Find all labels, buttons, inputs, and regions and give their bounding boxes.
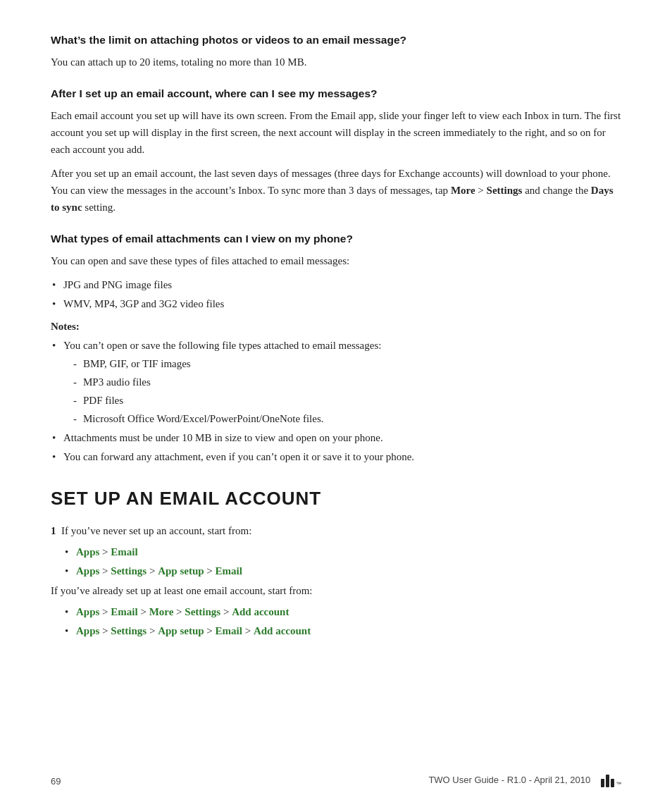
notes-list: You can’t open or save the following fil… [51,337,621,465]
heading-attach-limit: What’s the limit on attaching photos or … [51,34,621,47]
apps-label-2: Apps [76,565,99,577]
heading-attach-types: What types of email attachments can I vi… [51,233,621,245]
settings-label-2: Settings [185,606,220,617]
add-account-label-1: Add account [232,606,289,617]
page-number: 69 [51,776,61,787]
para-after-setup-1: Each email account you set up will have … [51,107,621,158]
logo-bar-1 [601,779,604,787]
big-heading-setup: Set Up an Email Account [51,488,621,510]
never-bullet-2: Apps > Settings > App setup > Email [65,562,621,579]
bold-settings: Settings [487,185,523,196]
sub-item-mp3: MP3 audio files [63,374,621,390]
settings-label-3: Settings [111,625,147,636]
never-setup-list: Apps > Email Apps > Settings > App setup… [51,543,621,579]
already-bullet-1: Apps > Email > More > Settings > Add acc… [65,603,621,620]
logo: ™ [601,775,621,787]
note-1: You can’t open or save the following fil… [51,337,621,427]
already-setup-list: Apps > Email > More > Settings > Add acc… [51,603,621,639]
bold-more: More [451,185,475,196]
notes-label: Notes: [51,318,621,335]
list-item-jpg: JPG and PNG image files [51,276,621,293]
para-after-setup-2: After you set up an email account, the l… [51,165,621,216]
para-attach-limit: You can attach up to 20 items, totaling … [51,54,621,70]
logo-bar-2 [606,775,609,787]
apps-label-4: Apps [76,625,99,636]
heading-after-setup: After I set up an email account, where c… [51,87,621,100]
step-number: 1 [51,525,56,536]
already-bullet-2: Apps > Settings > App setup > Email > Ad… [65,622,621,639]
email-label-1: Email [111,546,137,557]
never-bullet-1: Apps > Email [65,543,621,560]
sub-list-filetypes: BMP, GIF, or TIF images MP3 audio files … [63,355,621,427]
logo-tm: ™ [616,781,621,787]
already-intro: If you’ve already set up at least one em… [51,582,621,599]
note-2: Attachments must be under 10 MB in size … [51,429,621,446]
logo-bar-3 [611,779,614,787]
more-label-1: More [149,606,174,617]
app-setup-label-2: App setup [158,625,204,636]
sub-item-office: Microsoft Office Word/Excel/PowerPoint/O… [63,410,621,427]
attach-types-list: JPG and PNG image files WMV, MP4, 3GP an… [51,276,621,312]
page-content: What’s the limit on attaching photos or … [0,0,672,684]
guide-text: TWO User Guide - R1.0 - April 21, 2010 ™ [428,775,621,787]
email-label-2: Email [216,565,242,577]
email-label-4: Email [216,625,242,636]
step-1-intro: 1 If you’ve never set up an account, sta… [51,522,621,539]
sub-item-bmp: BMP, GIF, or TIF images [63,355,621,372]
apps-label-1: Apps [76,546,99,557]
apps-label-3: Apps [76,606,99,617]
settings-label-1: Settings [111,565,147,577]
app-setup-label-1: App setup [158,565,204,577]
sub-item-pdf: PDF files [63,392,621,409]
bold-days-to-sync: Days to sync [51,185,614,213]
add-account-label-2: Add account [254,625,311,636]
note-3: You can forward any attachment, even if … [51,448,621,465]
step-1-block: 1 If you’ve never set up an account, sta… [51,522,621,639]
email-label-3: Email [111,606,137,617]
page-footer: 69 TWO User Guide - R1.0 - April 21, 201… [51,775,621,787]
para-attach-types-intro: You can open and save these types of fil… [51,252,621,269]
list-item-wmv: WMV, MP4, 3GP and 3G2 video files [51,295,621,312]
